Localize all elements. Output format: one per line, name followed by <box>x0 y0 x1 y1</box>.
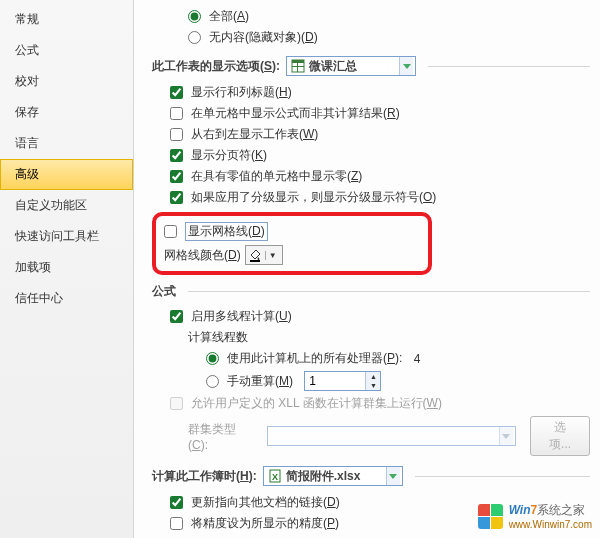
radio-hide-objects-label: 无内容(隐藏对象)(D) <box>209 29 318 46</box>
chk-precision-displayed-label: 将精度设为所显示的精度(P) <box>191 515 339 532</box>
chk-xll-cluster-label: 允许用户定义的 XLL 函数在计算群集上运行(W) <box>191 395 442 412</box>
chk-rtl-sheet[interactable] <box>170 128 183 141</box>
excel-file-icon: X <box>268 469 282 483</box>
sidebar-item-proofing[interactable]: 校对 <box>0 66 133 97</box>
thread-count-label: 计算线程数 <box>188 329 248 346</box>
chevron-down-icon <box>499 427 513 445</box>
thread-count-spinner[interactable]: ▲▼ <box>304 371 381 391</box>
windows-flag-icon <box>478 504 503 529</box>
section-sheet-display-title: 此工作表的显示选项(S): <box>152 58 280 75</box>
chk-outline-symbols-label: 如果应用了分级显示，则显示分级显示符号(O) <box>191 189 436 206</box>
spin-down-icon[interactable]: ▼ <box>366 381 380 390</box>
cluster-options-button: 选项... <box>530 416 590 456</box>
chk-show-zero-label: 在具有零值的单元格中显示零(Z) <box>191 168 362 185</box>
radio-all-processors-label: 使用此计算机上的所有处理器(P): <box>227 350 402 367</box>
cluster-type-label: 群集类型(C): <box>188 421 256 452</box>
chk-show-zero[interactable] <box>170 170 183 183</box>
chk-precision-displayed[interactable] <box>170 517 183 530</box>
chevron-down-icon <box>386 467 400 485</box>
chk-rtl-sheet-label: 从右到左显示工作表(W) <box>191 126 318 143</box>
watermark: Win7系统之家 www.Winwin7.com <box>478 502 592 530</box>
sidebar-item-general[interactable]: 常规 <box>0 4 133 35</box>
chk-multithread[interactable] <box>170 310 183 323</box>
chk-show-gridlines[interactable] <box>164 225 177 238</box>
gridline-color-label: 网格线颜色(D) <box>164 247 241 264</box>
sidebar-item-language[interactable]: 语言 <box>0 128 133 159</box>
chk-show-formulas-label: 在单元格中显示公式而非其计算结果(R) <box>191 105 400 122</box>
radio-show-all[interactable] <box>188 10 201 23</box>
chk-page-breaks[interactable] <box>170 149 183 162</box>
svg-rect-4 <box>250 260 260 262</box>
section-formula-title: 公式 <box>152 283 176 300</box>
watermark-url: www.Winwin7.com <box>509 519 592 530</box>
advanced-options-panel: 全部(A) 无内容(隐藏对象)(D) 此工作表的显示选项(S): 微课汇总 显示… <box>134 0 600 538</box>
radio-all-processors[interactable] <box>206 352 219 365</box>
sidebar-item-formulas[interactable]: 公式 <box>0 35 133 66</box>
radio-show-all-label: 全部(A) <box>209 8 249 25</box>
worksheet-icon <box>291 59 305 73</box>
workbook-selector-combo[interactable]: X 简报附件.xlsx <box>263 466 403 486</box>
chk-outline-symbols[interactable] <box>170 191 183 204</box>
cluster-type-combo <box>267 426 516 446</box>
gridline-color-picker[interactable]: ▼ <box>245 245 283 265</box>
sidebar-item-trust-center[interactable]: 信任中心 <box>0 283 133 314</box>
chk-page-breaks-label: 显示分页符(K) <box>191 147 267 164</box>
sidebar-item-advanced[interactable]: 高级 <box>0 159 133 190</box>
sidebar-item-customize-ribbon[interactable]: 自定义功能区 <box>0 190 133 221</box>
radio-hide-objects[interactable] <box>188 31 201 44</box>
svg-text:X: X <box>272 472 278 482</box>
chevron-down-icon <box>399 57 413 75</box>
chk-headers[interactable] <box>170 86 183 99</box>
highlight-box: 显示网格线(D) 网格线颜色(D) ▼ <box>152 212 432 275</box>
radio-manual-threads-label: 手动重算(M) <box>227 373 293 390</box>
chevron-down-icon: ▼ <box>265 251 280 260</box>
thread-count-input[interactable] <box>305 372 365 390</box>
sheet-selector-combo[interactable]: 微课汇总 <box>286 56 416 76</box>
workbook-selector-value: 简报附件.xlsx <box>286 468 382 485</box>
svg-rect-3 <box>297 60 298 72</box>
chk-update-links[interactable] <box>170 496 183 509</box>
watermark-brand: Win7系统之家 <box>509 502 592 519</box>
chk-show-gridlines-label: 显示网格线(D) <box>185 222 268 241</box>
processor-count: 4 <box>414 352 421 366</box>
chk-update-links-label: 更新指向其他文档的链接(D) <box>191 494 340 511</box>
chk-headers-label: 显示行和列标题(H) <box>191 84 292 101</box>
chk-multithread-label: 启用多线程计算(U) <box>191 308 292 325</box>
chk-show-formulas[interactable] <box>170 107 183 120</box>
sidebar-item-addins[interactable]: 加载项 <box>0 252 133 283</box>
options-sidebar: 常规 公式 校对 保存 语言 高级 自定义功能区 快速访问工具栏 加载项 信任中… <box>0 0 134 538</box>
chk-xll-cluster <box>170 397 183 410</box>
paint-bucket-icon <box>248 248 262 262</box>
sidebar-item-quick-access[interactable]: 快速访问工具栏 <box>0 221 133 252</box>
sidebar-item-save[interactable]: 保存 <box>0 97 133 128</box>
radio-manual-threads[interactable] <box>206 375 219 388</box>
sheet-selector-value: 微课汇总 <box>309 58 395 75</box>
section-workbook-calc-title: 计算此工作簿时(H): <box>152 468 257 485</box>
spin-up-icon[interactable]: ▲ <box>366 372 380 381</box>
